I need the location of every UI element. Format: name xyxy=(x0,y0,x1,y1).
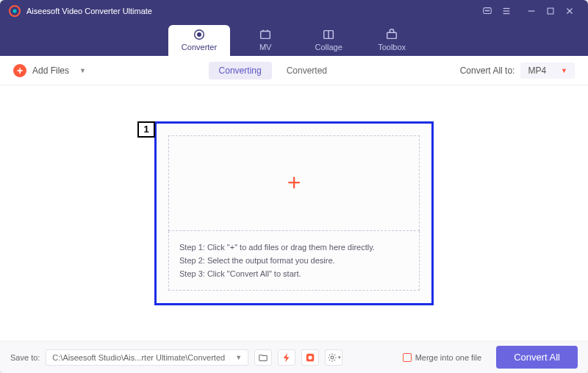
plus-icon: + xyxy=(13,64,26,77)
svg-point-5 xyxy=(489,10,490,11)
format-value: MP4 xyxy=(528,65,546,76)
format-select[interactable]: MP4 ▼ xyxy=(520,63,575,79)
toolbox-icon xyxy=(385,28,398,41)
callout-highlight: 1 + Step 1: Click "+" to add files or dr… xyxy=(154,121,434,305)
settings-button[interactable]: ▾ xyxy=(325,349,343,366)
chevron-down-icon: ▼ xyxy=(79,67,86,74)
steps-panel: Step 1: Click "+" to add files or drag t… xyxy=(168,231,420,291)
chevron-down-icon: ▼ xyxy=(561,67,567,74)
tab-collage[interactable]: Collage xyxy=(301,25,356,56)
maximize-icon[interactable] xyxy=(541,1,560,21)
svg-point-14 xyxy=(198,33,201,37)
titlebar: Aiseesoft Video Converter Ultimate xyxy=(0,0,588,22)
merge-checkbox[interactable]: Merge into one file xyxy=(403,353,482,362)
svg-point-1 xyxy=(13,10,17,13)
add-plus-icon: + xyxy=(287,169,301,196)
svg-rect-10 xyxy=(548,8,553,14)
app-window: Aiseesoft Video Converter Ultimate Conve… xyxy=(0,0,588,373)
svg-rect-18 xyxy=(387,32,397,38)
svg-point-4 xyxy=(487,10,487,11)
callout-number: 1 xyxy=(137,121,155,138)
chevron-down-icon: ▼ xyxy=(235,354,242,361)
step-2: Step 2: Select the output format you des… xyxy=(179,256,409,265)
convert-all-to: Convert All to: MP4 ▼ xyxy=(460,63,575,79)
add-files-button[interactable]: + Add Files ▼ xyxy=(13,64,86,77)
save-path-select[interactable]: C:\Aiseesoft Studio\Ais...rter Ultimate\… xyxy=(46,349,248,366)
subtab-converting[interactable]: Converting xyxy=(209,62,272,79)
tab-converter[interactable]: Converter xyxy=(168,25,230,56)
svg-point-21 xyxy=(331,356,334,359)
app-logo-icon xyxy=(9,5,21,17)
tab-label: Toolbox xyxy=(378,43,406,51)
main-area: 1 + Step 1: Click "+" to add files or dr… xyxy=(0,85,588,341)
toolbar: + Add Files ▼ Converting Converted Conve… xyxy=(0,56,588,85)
minimize-icon[interactable] xyxy=(522,1,541,21)
tab-mv[interactable]: MV xyxy=(237,25,293,56)
tab-label: Converter xyxy=(182,43,217,51)
step-1: Step 1: Click "+" to add files or drag t… xyxy=(179,243,409,252)
open-folder-button[interactable] xyxy=(254,349,272,366)
menu-icon[interactable] xyxy=(497,1,516,21)
svg-point-3 xyxy=(485,10,486,11)
tab-label: Collage xyxy=(315,43,342,51)
close-icon[interactable] xyxy=(560,1,579,21)
checkbox-icon xyxy=(403,353,412,362)
main-tabbar: Converter MV Collage Toolbox xyxy=(0,22,588,56)
hardware-accel-button[interactable] xyxy=(278,349,295,366)
converter-icon xyxy=(193,28,206,41)
mv-icon xyxy=(259,28,272,41)
convert-to-label: Convert All to: xyxy=(460,65,515,76)
app-title: Aiseesoft Video Converter Ultimate xyxy=(26,7,152,15)
svg-point-20 xyxy=(308,355,312,359)
subtab-converted[interactable]: Converted xyxy=(276,62,337,79)
footer: Save to: C:\Aiseesoft Studio\Ais...rter … xyxy=(0,341,588,373)
save-to-label: Save to: xyxy=(10,353,40,362)
dropzone[interactable]: + xyxy=(168,135,420,231)
collage-icon xyxy=(322,28,335,41)
feedback-icon[interactable] xyxy=(478,1,497,21)
step-3: Step 3: Click "Convert All" to start. xyxy=(179,269,409,278)
tab-label: MV xyxy=(259,43,272,51)
convert-all-button[interactable]: Convert All xyxy=(496,346,578,369)
svg-rect-15 xyxy=(261,32,270,39)
tab-toolbox[interactable]: Toolbox xyxy=(364,25,420,56)
add-files-label: Add Files xyxy=(32,65,69,76)
save-path-value: C:\Aiseesoft Studio\Ais...rter Ultimate\… xyxy=(52,353,225,362)
merge-label: Merge into one file xyxy=(415,353,482,362)
high-speed-button[interactable] xyxy=(301,349,319,366)
